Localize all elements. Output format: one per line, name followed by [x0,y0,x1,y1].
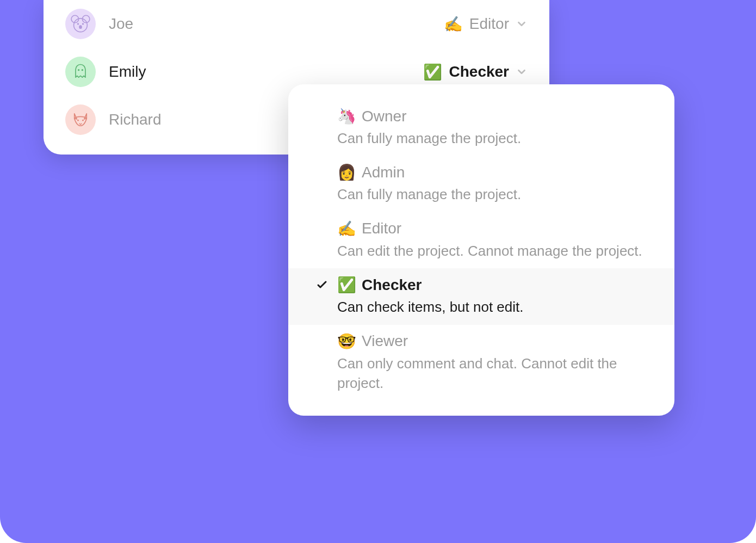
dropdown-item-owner[interactable]: 🦄 Owner Can fully manage the project. [288,100,674,156]
check-column [314,163,330,165]
ghost-icon [71,62,90,82]
writing-hand-icon: ✍️ [337,220,356,238]
fox-icon [71,110,90,129]
member-name: Joe [109,15,431,33]
svg-point-9 [82,120,84,121]
checkmark-icon: ✅ [423,63,442,81]
avatar-emily [65,57,96,87]
dropdown-item-label: Owner [362,108,406,125]
svg-point-4 [82,23,84,24]
dropdown-item-desc: Can only comment and chat. Cannot edit t… [337,354,648,393]
svg-point-8 [77,120,79,121]
dropdown-item-label: Editor [362,220,401,237]
chevron-down-icon [516,66,528,78]
dropdown-item-label: Viewer [362,332,408,350]
unicorn-icon: 🦄 [337,107,356,125]
dropdown-item-desc: Can check items, but not edit. [337,297,648,317]
role-selector-joe[interactable]: ✍️ Editor [444,15,528,33]
woman-icon: 👩 [337,163,356,181]
nerd-face-icon: 🤓 [337,332,356,350]
member-row-joe: Joe ✍️ Editor [44,0,549,48]
check-column [314,107,330,109]
avatar-richard [65,104,96,135]
check-icon [315,278,329,291]
role-selector-emily[interactable]: ✅ Checker [423,63,528,81]
app-canvas: Joe ✍️ Editor Emily ✅ Checker [0,0,756,543]
member-name: Emily [109,63,410,81]
avatar-joe [65,9,96,39]
dropdown-item-editor[interactable]: ✍️ Editor Can edit the project. Cannot m… [288,212,674,268]
dropdown-item-desc: Can edit the project. Cannot manage the … [337,241,648,261]
dropdown-item-label: Checker [362,276,422,294]
role-label: Editor [469,15,509,33]
dropdown-item-admin[interactable]: 👩 Admin Can fully manage the project. [288,156,674,212]
svg-point-7 [82,69,83,71]
dropdown-item-desc: Can fully manage the project. [337,184,648,204]
writing-hand-icon: ✍️ [444,15,463,33]
role-label: Checker [449,63,509,81]
dropdown-item-viewer[interactable]: 🤓 Viewer Can only comment and chat. Cann… [288,325,674,401]
role-dropdown: 🦄 Owner Can fully manage the project. 👩 … [288,84,674,416]
checkmark-icon: ✅ [337,276,356,294]
svg-point-3 [77,23,79,24]
dropdown-item-label: Admin [362,164,405,181]
check-column [314,220,330,222]
check-column [314,332,330,335]
chevron-down-icon [516,18,528,30]
svg-point-5 [79,25,82,29]
koala-icon [71,14,90,34]
svg-point-6 [78,69,79,71]
check-column [314,276,330,291]
dropdown-item-checker[interactable]: ✅ Checker Can check items, but not edit. [288,268,674,324]
dropdown-item-desc: Can fully manage the project. [337,128,648,148]
